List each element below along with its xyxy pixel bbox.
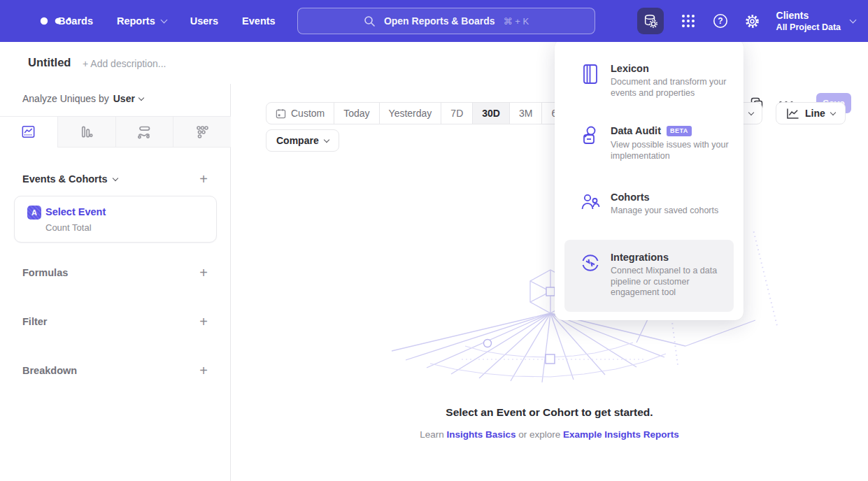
compare-dropdown[interactable]: Compare xyxy=(266,129,339,152)
tab-bar-chart[interactable] xyxy=(57,117,115,147)
nav-events[interactable]: Events xyxy=(242,15,276,27)
chevron-down-icon xyxy=(323,136,329,142)
add-filter-button[interactable]: + xyxy=(199,316,208,327)
add-breakdown-button[interactable]: + xyxy=(199,365,208,376)
cohorts-title: Cohorts xyxy=(611,192,718,203)
events-cohorts-toggle[interactable]: Events & Cohorts xyxy=(22,173,118,185)
org-name: Clients xyxy=(776,10,841,21)
beta-badge: BETA xyxy=(667,126,692,136)
navbar-right-cluster: ? Clients All Project Data xyxy=(637,0,855,42)
tab-line-chart[interactable] xyxy=(0,117,57,148)
metric-dots-icon xyxy=(194,124,211,141)
range-30d-label: 30D xyxy=(482,108,500,119)
events-cohorts-label: Events & Cohorts xyxy=(22,173,108,185)
middle-text: or explore xyxy=(518,429,560,440)
cohorts-people-icon xyxy=(579,192,602,214)
lexicon-description: Document and transform your events and p… xyxy=(611,77,731,99)
query-builder-sidebar: Analyze Uniques by User xyxy=(0,84,231,481)
project-name: All Project Data xyxy=(776,22,841,32)
range-today-label: Today xyxy=(343,108,369,119)
help-button[interactable]: ? xyxy=(713,13,728,29)
menu-item-data-audit[interactable]: Data AuditBETA View possible issues with… xyxy=(555,124,744,161)
global-search-input[interactable]: Open Reports & Boards ⌘ + K xyxy=(297,8,595,34)
grid-dots-icon xyxy=(680,13,697,29)
breakdown-section: Breakdown + xyxy=(22,365,208,376)
svg-text:?: ? xyxy=(718,16,723,26)
menu-item-lexicon[interactable]: Lexicon Document and transform your even… xyxy=(555,63,744,99)
filter-section: Filter + xyxy=(22,316,208,327)
search-icon xyxy=(364,15,376,27)
project-switcher[interactable]: Clients All Project Data xyxy=(776,10,855,32)
settings-button[interactable] xyxy=(744,13,760,29)
question-circle-icon: ? xyxy=(713,13,728,29)
data-management-button[interactable] xyxy=(637,8,664,34)
add-event-button[interactable]: + xyxy=(199,173,208,185)
tab-metric-chart[interactable] xyxy=(173,117,231,147)
menu-item-cohorts[interactable]: Cohorts Manage your saved cohorts xyxy=(555,192,744,217)
range-30d-selected[interactable]: 30D xyxy=(473,103,510,124)
count-total-dropdown[interactable]: Count Total xyxy=(45,222,92,233)
range-yesterday-label: Yesterday xyxy=(389,108,432,119)
range-custom[interactable]: Custom xyxy=(266,103,334,124)
range-7d-label: 7D xyxy=(450,108,463,119)
range-yesterday[interactable]: Yesterday xyxy=(380,103,442,124)
flow-chart-icon xyxy=(136,124,152,141)
mixpanel-insights-app: Boards Reports Users Events Open Reports… xyxy=(0,0,868,481)
example-reports-link[interactable]: Example Insights Reports xyxy=(563,429,679,440)
range-today[interactable]: Today xyxy=(334,103,379,124)
menu-item-integrations[interactable]: Integrations Connect Mixpanel to a data … xyxy=(564,240,734,312)
data-audit-icon xyxy=(579,124,602,147)
nav-links: Boards Reports Users Events xyxy=(58,0,276,42)
breakdown-label: Breakdown xyxy=(22,365,77,376)
chart-style-dropdown[interactable]: Line xyxy=(776,102,846,124)
bar-chart-icon xyxy=(78,124,94,140)
chevron-down-icon xyxy=(160,17,167,24)
range-7d[interactable]: 7D xyxy=(441,103,473,124)
filter-label: Filter xyxy=(22,316,47,327)
lexicon-book-icon xyxy=(579,63,602,85)
database-gear-icon xyxy=(643,13,658,29)
integrations-description: Connect Mixpanel to a data pipeline or c… xyxy=(611,266,721,299)
top-navbar: Boards Reports Users Events Open Reports… xyxy=(0,0,868,42)
formulas-section: Formulas + xyxy=(22,267,208,278)
empty-state-heading: Select an Event or Cohort to get started… xyxy=(231,406,868,419)
report-title[interactable]: Untitled xyxy=(28,56,71,69)
chevron-down-icon xyxy=(748,109,754,115)
nav-events-label: Events xyxy=(242,15,276,27)
chevron-down-icon xyxy=(830,109,836,115)
line-chart-icon xyxy=(786,108,799,120)
nav-boards-label: Boards xyxy=(58,15,93,27)
chart-style-label: Line xyxy=(805,108,825,119)
integrations-title: Integrations xyxy=(611,252,721,263)
nav-boards[interactable]: Boards xyxy=(58,15,93,27)
add-formula-button[interactable]: + xyxy=(199,267,208,278)
empty-state-subtext: Learn Insights Basics or explore Example… xyxy=(231,429,868,440)
event-series-badge: A xyxy=(27,206,41,220)
add-description-field[interactable]: + Add description... xyxy=(83,58,166,69)
nav-reports[interactable]: Reports xyxy=(117,15,166,27)
date-range-picker: Custom Today Yesterday 7D 30D 3M 6M xyxy=(266,102,575,124)
nav-users[interactable]: Users xyxy=(190,15,218,27)
range-3m[interactable]: 3M xyxy=(510,103,542,124)
data-management-menu: Lexicon Document and transform your even… xyxy=(555,39,744,320)
nav-reports-label: Reports xyxy=(117,15,155,27)
tab-flow-chart[interactable] xyxy=(115,117,173,147)
chevron-down-icon[interactable] xyxy=(138,94,144,100)
select-event-button[interactable]: Select Event xyxy=(45,206,106,217)
integrations-sync-icon xyxy=(579,252,602,274)
apps-grid-button[interactable] xyxy=(680,13,697,29)
empty-state: Select an Event or Cohort to get started… xyxy=(231,406,868,440)
events-cohorts-header: Events & Cohorts + xyxy=(22,173,208,185)
data-audit-description: View possible issues with your implement… xyxy=(611,140,731,161)
calendar-icon xyxy=(276,108,286,119)
line-chart-icon xyxy=(20,124,36,140)
analyze-value-dropdown[interactable]: User xyxy=(113,93,135,104)
analyze-label: Analyze Uniques by xyxy=(22,93,109,104)
chevron-down-icon xyxy=(850,17,857,24)
event-card[interactable]: A Select Event Count Total xyxy=(14,196,217,243)
range-custom-label: Custom xyxy=(291,108,325,119)
range-3m-label: 3M xyxy=(519,108,532,119)
nav-users-label: Users xyxy=(190,15,218,27)
chart-type-tabs xyxy=(0,116,231,148)
insights-basics-link[interactable]: Insights Basics xyxy=(446,429,515,440)
